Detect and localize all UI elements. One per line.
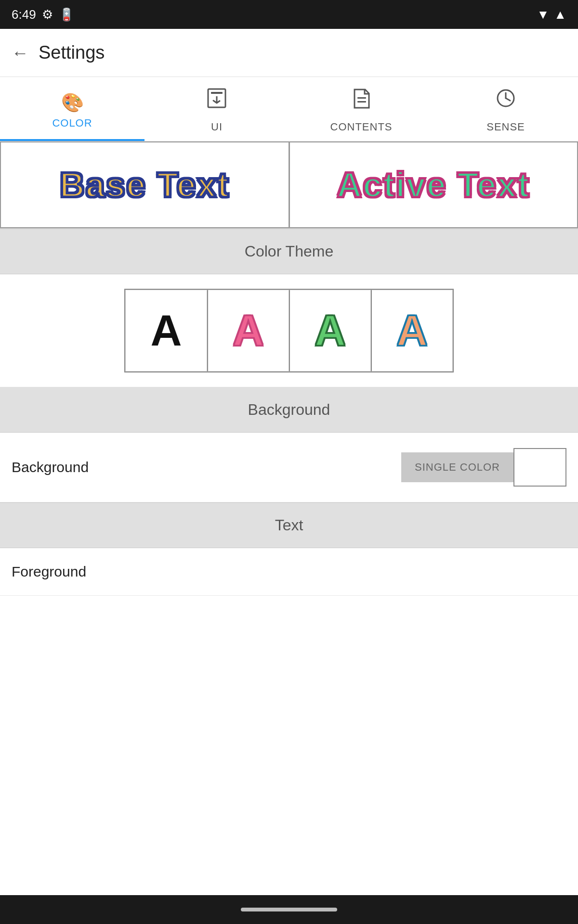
theme-picker: A A A A — [0, 274, 578, 387]
svg-rect-1 — [211, 92, 223, 94]
back-button[interactable]: ← — [12, 43, 29, 63]
tab-contents[interactable]: CONTENTS — [289, 77, 434, 141]
tab-color-label: COLOR — [52, 117, 92, 129]
svg-rect-3 — [357, 101, 366, 103]
single-color-button[interactable]: SINGLE COLOR — [401, 452, 513, 482]
tab-color[interactable]: 🎨 COLOR — [0, 77, 144, 141]
theme-option-pink[interactable]: A — [207, 290, 289, 372]
background-color-swatch[interactable] — [513, 448, 566, 487]
contents-icon — [351, 88, 372, 117]
ui-icon — [206, 88, 227, 117]
text-section-header: Text — [0, 503, 578, 548]
background-row: Background SINGLE COLOR — [0, 433, 578, 502]
foreground-row: Foreground — [0, 548, 578, 596]
battery-icon: 🪫 — [59, 7, 74, 22]
base-text-preview[interactable]: Base Text — [0, 141, 289, 228]
status-bar-left: 6:49 ⚙ 🪫 — [12, 7, 74, 22]
theme-options: A A A A — [124, 289, 454, 372]
tab-bar: 🎨 COLOR UI CONTENTS — [0, 77, 578, 141]
status-time: 6:49 — [12, 7, 36, 22]
signal-icon: ▲ — [554, 7, 566, 22]
theme-a-green: A — [315, 306, 346, 356]
status-bar-right: ▼ ▲ — [537, 7, 566, 22]
theme-option-black[interactable]: A — [125, 290, 207, 372]
text-preview-area: Base Text Active Text — [0, 141, 578, 229]
theme-a-black: A — [151, 306, 182, 356]
top-bar: ← Settings — [0, 29, 578, 77]
settings-cog-icon: ⚙ — [42, 7, 53, 22]
theme-option-green[interactable]: A — [289, 290, 371, 372]
tab-sense-label: SENSE — [486, 121, 525, 133]
background-row-right: SINGLE COLOR — [401, 448, 566, 487]
active-text-preview[interactable]: Active Text — [289, 141, 578, 228]
tab-contents-label: CONTENTS — [330, 121, 393, 133]
svg-rect-2 — [357, 97, 366, 99]
active-text-display: Active Text — [337, 165, 530, 205]
tab-ui[interactable]: UI — [144, 77, 289, 141]
color-theme-section-header: Color Theme — [0, 229, 578, 274]
svg-line-6 — [506, 98, 510, 101]
status-bar: 6:49 ⚙ 🪫 ▼ ▲ — [0, 0, 578, 29]
theme-a-pink: A — [233, 306, 264, 356]
background-section-header: Background — [0, 387, 578, 432]
foreground-row-label: Foreground — [12, 564, 86, 580]
wifi-icon: ▼ — [537, 7, 550, 22]
tab-sense[interactable]: SENSE — [434, 77, 578, 141]
page-title: Settings — [39, 42, 105, 63]
base-text-display: Base Text — [60, 165, 230, 205]
tab-ui-label: UI — [211, 121, 223, 133]
background-row-label: Background — [12, 459, 89, 475]
sense-icon — [495, 88, 516, 117]
home-indicator — [241, 908, 337, 911]
theme-option-orange[interactable]: A — [371, 290, 453, 372]
palette-icon: 🎨 — [61, 92, 84, 113]
bottom-bar — [0, 895, 578, 924]
theme-a-orange: A — [396, 306, 428, 356]
